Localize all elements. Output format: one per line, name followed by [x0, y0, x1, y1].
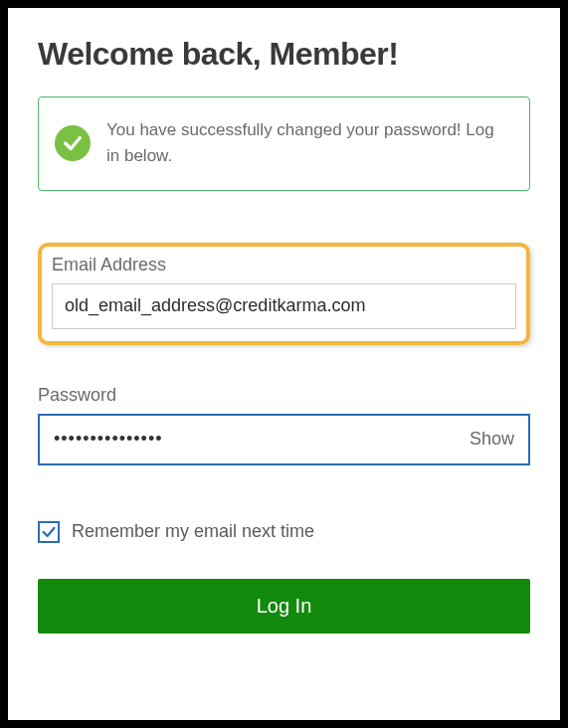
remember-checkbox[interactable] — [38, 521, 60, 543]
password-field[interactable] — [54, 429, 470, 450]
page-title: Welcome back, Member! — [38, 36, 530, 73]
success-alert: You have successfully changed your passw… — [38, 96, 530, 191]
password-label: Password — [38, 385, 530, 406]
check-icon — [55, 125, 91, 161]
email-highlight-box: Email Address — [38, 243, 530, 345]
password-box: Show — [38, 414, 530, 465]
remember-row: Remember my email next time — [38, 521, 530, 543]
show-password-button[interactable]: Show — [470, 429, 514, 450]
alert-message: You have successfully changed your passw… — [106, 117, 509, 170]
password-section: Password Show — [38, 385, 530, 465]
email-label: Email Address — [52, 255, 516, 275]
login-form-container: Welcome back, Member! You have successfu… — [8, 8, 560, 720]
login-button[interactable]: Log In — [38, 579, 530, 634]
email-field[interactable] — [52, 283, 516, 329]
remember-label: Remember my email next time — [72, 521, 314, 542]
